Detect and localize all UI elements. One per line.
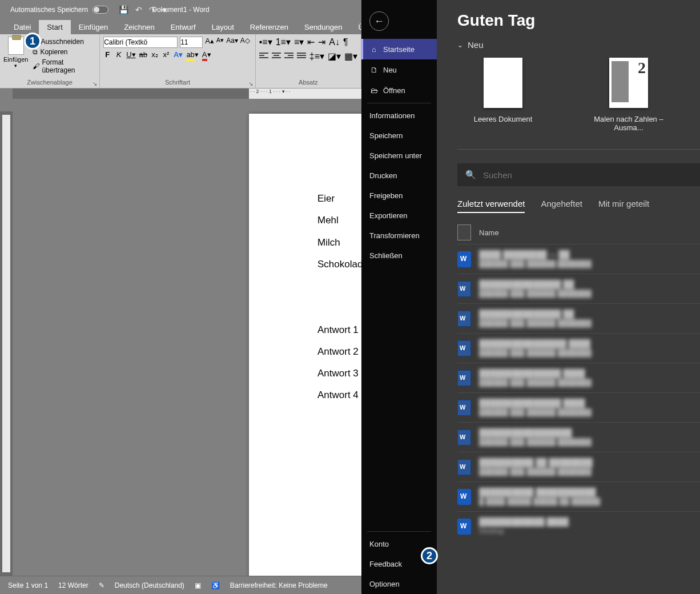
nav-optionen[interactable]: Optionen [361, 574, 437, 594]
borders-button[interactable]: ▦▾ [344, 51, 357, 62]
nav-schliessen[interactable]: Schließen [361, 246, 437, 266]
nav-exportieren[interactable]: Exportieren [361, 206, 437, 226]
nav-speichern-unter[interactable]: Speichern unter [361, 146, 437, 166]
sort-button[interactable]: A↓ [329, 37, 340, 47]
dialog-launcher-icon[interactable]: ↘ [248, 81, 253, 87]
numbering-button[interactable]: 1≡▾ [276, 37, 291, 47]
align-left-button[interactable] [259, 51, 268, 62]
recent-file-row[interactable]: ████ ████████ — ████████ ███ ██████ ████… [457, 244, 700, 274]
bold-button[interactable]: F [103, 50, 111, 59]
status-accessibility[interactable]: Barrierefreiheit: Keine Probleme [230, 581, 328, 589]
chevron-down-icon[interactable]: ▾ [14, 63, 17, 69]
bullets-button[interactable]: •≡▾ [259, 37, 272, 47]
tab-pinned[interactable]: Angeheftet [541, 199, 582, 213]
tab-entwurf[interactable]: Entwurf [163, 20, 204, 34]
shading-button[interactable]: ◪▾ [328, 51, 341, 62]
horizontal-ruler[interactable]: · · 2 · · · 1 · · · ▾ · · [13, 89, 361, 99]
status-language[interactable]: Deutsch (Deutschland) [115, 581, 184, 589]
doc-line[interactable]: Antwort 1 [317, 319, 361, 341]
nav-freigeben[interactable]: Freigeben [361, 186, 437, 206]
vertical-ruler[interactable] [0, 111, 13, 576]
tab-sendungen[interactable]: Sendungen [296, 20, 351, 34]
undo-icon[interactable]: ↶ [135, 5, 142, 14]
grow-font-icon[interactable]: A▴ [205, 37, 214, 48]
subscript-button[interactable]: x₂ [151, 50, 159, 59]
nav-drucken[interactable]: Drucken [361, 166, 437, 186]
status-words[interactable]: 12 Wörter [58, 581, 88, 589]
decrease-indent-button[interactable]: ⇤ [307, 37, 315, 47]
toggle-off-icon[interactable] [92, 6, 108, 14]
recent-file-row[interactable]: ███████████████ ████████ ███ ██████ ████… [457, 303, 700, 333]
status-page[interactable]: Seite 1 von 1 [8, 581, 48, 589]
recent-file-row[interactable]: ████████████ ████Desktop [457, 511, 700, 541]
multilevel-button[interactable]: ≡▾ [294, 37, 304, 47]
nav-oeffnen[interactable]: 🗁Öffnen [361, 80, 437, 101]
nav-neu[interactable]: 🗋Neu [361, 59, 437, 80]
macro-icon[interactable]: ▣ [195, 581, 201, 589]
font-size-input[interactable] [180, 37, 203, 48]
nav-transformieren[interactable]: Transformieren [361, 226, 437, 246]
recent-file-row[interactable]: ███████████████ ████████ ███ ██████ ████… [457, 274, 700, 303]
justify-button[interactable] [297, 51, 306, 62]
spellcheck-icon[interactable]: ✎ [99, 581, 104, 589]
backstage-view: ← ⌂Startseite 🗋Neu 🗁Öffnen Informationen… [361, 0, 700, 594]
cut-button[interactable]: ✂Ausschneiden [33, 38, 96, 46]
doc-line[interactable] [317, 275, 361, 297]
tab-start[interactable]: Start [39, 20, 70, 34]
save-icon[interactable]: 💾 [119, 5, 128, 14]
recent-file-row[interactable]: ██████████ ██ ██████████████ ███ ██████ … [457, 452, 700, 481]
doc-line[interactable]: Antwort 4 [317, 384, 361, 406]
tab-layout[interactable]: Layout [204, 20, 242, 34]
page[interactable]: Eier Mehl Milch Schokolade Antwort 1 Ant… [249, 114, 361, 576]
recent-file-row[interactable]: ██████████ ████████████ ████ █████ █████… [457, 481, 700, 511]
document-area[interactable]: Eier Mehl Milch Schokolade Antwort 1 Ant… [13, 101, 361, 576]
tab-zeichnen[interactable]: Zeichnen [116, 20, 162, 34]
doc-line[interactable] [317, 297, 361, 319]
increase-indent-button[interactable]: ⇥ [318, 37, 325, 47]
recent-file-row[interactable]: ███████████████ ██████████ ███ ██████ ██… [457, 363, 700, 392]
doc-line[interactable]: Schokolade [317, 254, 361, 275]
format-painter-button[interactable]: 🖌Format übertragen [33, 58, 96, 74]
tab-shared[interactable]: Mit mir geteilt [598, 199, 649, 213]
template-blank[interactable]: Leeres Dokument [457, 58, 549, 132]
accessibility-icon[interactable]: ♿ [211, 581, 220, 589]
doc-line[interactable]: Mehl [317, 210, 361, 231]
line-spacing-button[interactable]: ‡≡▾ [309, 51, 324, 62]
nav-speichern[interactable]: Speichern [361, 126, 437, 146]
recent-file-row[interactable]: ████████████████ ██████████ ███ ██████ █… [457, 333, 700, 363]
tab-referenzen[interactable]: Referenzen [242, 20, 296, 34]
strike-button[interactable]: ab [139, 50, 147, 59]
copy-button[interactable]: ⧉Kopieren [33, 48, 96, 56]
tab-recent[interactable]: Zuletzt verwendet [457, 199, 525, 213]
dialog-launcher-icon[interactable]: ↘ [92, 81, 97, 87]
autosave-toggle[interactable]: Automatisches Speichern [10, 6, 108, 14]
search-box[interactable]: 🔍 [457, 163, 700, 186]
font-color-button[interactable]: A▾ [202, 50, 211, 59]
recent-file-row[interactable]: ███████████████ ██████████ ███ ██████ ██… [457, 392, 700, 422]
doc-line[interactable]: Eier [317, 188, 361, 210]
doc-line[interactable]: Antwort 2 [317, 341, 361, 363]
highlight-button[interactable]: ab▾ [186, 50, 198, 59]
show-marks-button[interactable]: ¶ [343, 37, 348, 47]
nav-startseite[interactable]: ⌂Startseite [361, 39, 437, 59]
underline-button[interactable]: U▾ [126, 50, 135, 59]
back-button[interactable]: ← [369, 11, 389, 31]
align-right-button[interactable] [284, 51, 293, 62]
shrink-font-icon[interactable]: A▾ [216, 37, 224, 48]
superscript-button[interactable]: x² [162, 50, 170, 59]
font-name-input[interactable] [103, 37, 178, 48]
doc-line[interactable]: Milch [317, 232, 361, 254]
column-name[interactable]: Name [479, 228, 499, 237]
tab-einfuegen[interactable]: Einfügen [71, 20, 116, 34]
text-effects-button[interactable]: A▾ [174, 50, 183, 59]
clear-formatting-icon[interactable]: A◇ [240, 37, 250, 48]
section-neu-header[interactable]: ⌄Neu [457, 40, 700, 50]
italic-button[interactable]: K [115, 50, 123, 59]
template-paint-by-numbers[interactable]: Malen nach Zahlen – Ausma... [583, 58, 674, 132]
doc-line[interactable]: Antwort 3 [317, 363, 361, 384]
align-center-button[interactable] [272, 51, 281, 62]
change-case-icon[interactable]: Aa▾ [226, 37, 238, 48]
nav-informationen[interactable]: Informationen [361, 106, 437, 126]
recent-file-row[interactable]: ███████████████████████ ███ ██████ █████… [457, 422, 700, 452]
search-input[interactable] [483, 170, 692, 180]
